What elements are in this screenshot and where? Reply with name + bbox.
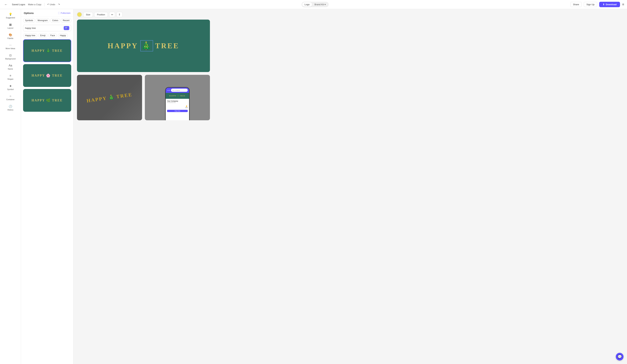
distribute-button[interactable]: ⇕ [116, 12, 122, 17]
tab-monogram[interactable]: Monogram [36, 18, 50, 23]
tag-happy-tree[interactable]: Happy tree [23, 33, 37, 38]
mockups-row: HAPPY 🎄 TREE 10:03 Your Company [77, 75, 210, 120]
tag-happy[interactable]: Happy [58, 33, 68, 38]
fullscreen-button[interactable]: ⛶ Fullscreen [58, 12, 70, 14]
logo-card-text-3: HAPPY 🌿 TREE [32, 98, 63, 102]
phone-screen: 10:03 Your Company HAPPY 🎄 TREE [166, 88, 189, 120]
history-icon: 🕐 [9, 105, 12, 108]
align-button[interactable]: ⇔ [109, 12, 115, 17]
size-button[interactable]: Size [83, 12, 93, 17]
logo-card-3[interactable]: HAPPY 🌿 TREE [23, 89, 71, 112]
logo-text-left-2: HAPPY [32, 74, 45, 78]
header-center: Logo Brand Kit ▾ [302, 2, 329, 7]
main-logo-text: HAPPY 🎄 TREE [107, 40, 179, 51]
phone-company-info: Your Company Product/Service [166, 99, 189, 104]
color-swatch[interactable] [77, 12, 82, 17]
brand-kit-chevron-icon: ▾ [324, 3, 326, 6]
undo-icon: ↶ [47, 3, 49, 6]
share-button[interactable]: Share [570, 2, 582, 7]
tab-symbols[interactable]: Symbols [23, 18, 35, 23]
logo-card-1[interactable]: HAPPY 🎄 TREE [23, 39, 71, 62]
undo-button[interactable]: ↶ Undo [47, 3, 55, 6]
divider [44, 3, 45, 6]
search-row: 🔍 [21, 24, 73, 32]
search-input[interactable] [25, 27, 62, 29]
sidebar-item-suggested[interactable]: 💡 Suggested [1, 11, 19, 20]
mockup-logo-left: HAPPY [86, 95, 107, 103]
logo-toggle-button[interactable]: Logo [302, 2, 312, 7]
sidebar: 💡 Suggested ▦ Layout 🎨 Palette ··· More … [0, 9, 21, 364]
name-icon: Aa [9, 64, 12, 67]
logo-text-left-3: HAPPY [32, 99, 45, 102]
logo-card-text-2: HAPPY 🌸 TREE [32, 73, 63, 78]
more-ideas-icon: ··· [9, 44, 11, 47]
sidebar-item-slogan[interactable]: ≡ Slogan [1, 72, 19, 82]
signup-button[interactable]: Sign Up [584, 2, 597, 7]
phone-like: 👍 Like [185, 105, 188, 108]
phone-shop-button[interactable]: Shop Now [167, 110, 188, 112]
redo-button[interactable]: ↷ [58, 3, 60, 6]
main-logo-canvas[interactable]: HAPPY 🎄 TREE [77, 20, 210, 72]
mockup-logo-gold: HAPPY 🎄 TREE [86, 91, 133, 103]
sidebar-item-background[interactable]: ⊡ Background [1, 52, 19, 62]
brand-kit-toggle-button[interactable]: Brand Kit ▾ [312, 2, 328, 7]
like-label: Like [185, 107, 188, 108]
chat-icon: 💬 [618, 355, 622, 359]
slogan-icon: ≡ [10, 74, 11, 77]
menu-button[interactable]: ≡ [622, 2, 624, 6]
sidebar-item-label: Name [8, 68, 13, 70]
layout-icon: ▦ [9, 23, 12, 26]
sidebar-item-container[interactable]: ○ Container [1, 93, 19, 102]
logo-tree-icon-2: 🌸 [46, 73, 51, 78]
download-label: Download [606, 3, 617, 6]
mockup-logo-icon: 🎄 [108, 94, 115, 100]
sidebar-item-label: Container [6, 98, 15, 100]
download-button[interactable]: ⬇ Download [599, 2, 620, 7]
header-left: ← Saved Logos Make a Copy ↶ Undo ↷ [3, 2, 60, 7]
logo-tree-icon-3: 🌿 [46, 98, 51, 102]
logo-card-2[interactable]: HAPPY 🌸 TREE [23, 64, 71, 87]
phone-frame: 10:03 Your Company HAPPY 🎄 TREE [165, 87, 190, 120]
phone-time: 10:03 [167, 90, 170, 91]
sidebar-item-palette[interactable]: 🎨 Palette [1, 32, 19, 41]
options-header: Options ⛶ Fullscreen [21, 9, 73, 16]
main-logo-right: TREE [155, 42, 179, 50]
sidebar-item-label: Symbol [7, 88, 14, 91]
phone-company-sub: Product/Service [167, 102, 188, 103]
phone-search-placeholder: Your Company [172, 90, 180, 91]
canvas-toolbar: Size Position ⇔ ⇕ [77, 12, 624, 17]
main-logo-tree-icon: 🎄 [141, 41, 152, 50]
sidebar-item-label: Layout [7, 27, 13, 29]
phone-logo-icon: 🎄 [177, 95, 179, 97]
make-copy-button[interactable]: Make a Copy [28, 3, 42, 6]
tag-emoji[interactable]: Emoji [38, 33, 48, 38]
position-button[interactable]: Position [94, 12, 107, 17]
phone-logo-right: TREE [180, 95, 186, 97]
phone-logo-text: HAPPY 🎄 TREE [169, 95, 186, 97]
mockup-phone-card: 10:03 Your Company HAPPY 🎄 TREE [145, 75, 210, 120]
search-button[interactable]: 🔍 [64, 26, 69, 30]
fullscreen-icon: ⛶ [58, 12, 60, 14]
main: 💡 Suggested ▦ Layout 🎨 Palette ··· More … [0, 9, 627, 364]
phone-search: Your Company [171, 89, 188, 92]
logo-text-right-2: TREE [52, 74, 63, 78]
main-logo-symbol-box[interactable]: 🎄 [140, 40, 153, 51]
sidebar-item-label: More Ideas [5, 47, 15, 49]
saved-logos-button[interactable]: Saved Logos [12, 3, 25, 6]
tag-face[interactable]: Face [49, 33, 57, 38]
undo-label: Undo [50, 3, 55, 6]
phone-logo-left: HAPPY [169, 95, 176, 97]
mockup-dark-card: HAPPY 🎄 TREE [77, 75, 142, 120]
tab-recent[interactable]: Recent [61, 18, 71, 23]
back-button[interactable]: ← [3, 2, 9, 7]
sidebar-item-symbol[interactable]: ★ Symbol [1, 83, 19, 92]
tabs-row: Symbols Monogram Colors Recent [21, 16, 73, 24]
sidebar-item-label: History [7, 109, 13, 111]
sidebar-item-name[interactable]: Aa Name [1, 62, 19, 72]
sidebar-item-history[interactable]: 🕐 History [1, 103, 19, 113]
sidebar-item-more-ideas[interactable]: ··· More Ideas [1, 42, 19, 51]
chat-button[interactable]: 💬 [616, 353, 624, 361]
sidebar-item-layout[interactable]: ▦ Layout [1, 21, 19, 31]
search-input-wrap: 🔍 [23, 25, 71, 31]
tab-colors[interactable]: Colors [50, 18, 60, 23]
